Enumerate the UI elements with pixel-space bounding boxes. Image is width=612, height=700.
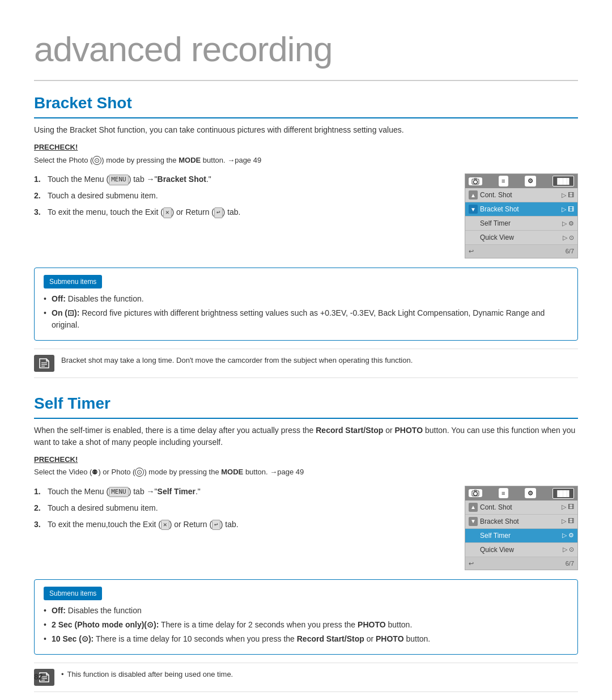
camera-row-quickview: Quick View ▷ ⊙ — [465, 231, 577, 245]
bracket-shot-submenu-box: Submenu items Off: Disables the function… — [34, 268, 578, 341]
st-exit-icon: ✕ — [161, 520, 169, 531]
st-return-icon: ↩ — [212, 520, 220, 531]
camera-battery-icon: ▐██▌ — [552, 176, 574, 186]
st-step-2: 2. Touch a desired submenu item. — [34, 502, 453, 514]
st-submenu-2sec-label: 2 Sec (Photo mode only)(⊙): — [52, 620, 159, 629]
st-camera-row-bracket: ▼ Bracket Shot ▷ 🎞 — [465, 515, 577, 529]
step-3-number: 3. — [34, 206, 44, 218]
nav-down-btn: ▼ — [469, 205, 478, 214]
bracket-shot-heading: Bracket Shot — [34, 91, 578, 118]
bracket-shot-steps: 1. Touch the Menu (MENU) tab →"Bracket S… — [34, 173, 453, 223]
st-submenu-item-2sec: 2 Sec (Photo mode only)(⊙): There is a t… — [44, 619, 568, 631]
bracket-shot-steps-row: 1. Touch the Menu (MENU) tab →"Bracket S… — [34, 173, 578, 258]
st-menu-return-icon: ↩ — [469, 559, 474, 569]
bracket-shot-intro: Using the Bracket Shot function, you can… — [34, 124, 578, 136]
menu-row-label-cont: Cont. Shot — [480, 190, 562, 200]
page-number: 82 — [34, 671, 43, 683]
st-note-bullet: • — [61, 669, 64, 680]
st-step-3: 3. To exit the menu,touch the Exit (✕) o… — [34, 519, 453, 531]
bracket-shot-section: Bracket Shot Using the Bracket Shot func… — [34, 91, 578, 378]
st-step-2-text: Touch a desired submenu item. — [48, 502, 158, 514]
svg-point-5 — [474, 492, 478, 496]
camera-nav-up: ▲ Cont. Shot ▷ 🎞 — [465, 188, 577, 202]
menu-row-icons-selftimer: ▷ ⚙ — [562, 219, 574, 228]
bracket-shot-note-text: Bracket shot may take a long time. Don't… — [61, 355, 413, 366]
return-icon: ↩ — [214, 207, 223, 218]
bracket-shot-precheck-text: Select the Photo (⊙) mode by pressing th… — [34, 155, 578, 166]
nav-up-btn: ▲ — [469, 190, 478, 200]
st-menu-row-icons-cont: ▷ 🎞 — [562, 502, 574, 512]
step-1-number: 1. — [34, 173, 44, 185]
step-1: 1. Touch the Menu (MENU) tab →"Bracket S… — [34, 173, 453, 185]
camera-row-bracket: ▼ Bracket Shot ▷ 🎞 — [465, 202, 577, 217]
camera-gear-icon: ⚙ — [525, 176, 536, 186]
step-2: 2. Touch a desired submenu item. — [34, 190, 453, 202]
svg-point-0 — [474, 180, 478, 184]
bracket-shot-camera-menu: ≡ ⚙ ▐██▌ ▲ Cont. Shot ▷ 🎞 ▼ Bracket Shot… — [465, 173, 578, 258]
menu-row-label-quickview: Quick View — [480, 232, 563, 243]
menu-row-label-bracket: Bracket Shot — [480, 204, 562, 214]
step-2-text: Touch a desired submenu item. — [48, 190, 158, 202]
st-nav-down-btn: ▼ — [469, 517, 478, 526]
bracket-submenu-item-on: On (⊡): Record five pictures with differ… — [44, 307, 568, 331]
menu-return-icon: ↩ — [469, 247, 474, 256]
bracket-shot-submenu-title: Submenu items — [44, 275, 102, 289]
st-menu-row-icons-quickview: ▷ ⊙ — [563, 545, 574, 554]
self-timer-camera-menu: ≡ ⚙ ▐██▌ ▲ Cont. Shot ▷ 🎞 ▼ Bracket Shot… — [465, 486, 578, 571]
camera-menu-topbar: ≡ ⚙ ▐██▌ — [465, 174, 577, 188]
step-3: 3. To exit the menu, touch the Exit (✕) … — [34, 206, 453, 218]
st-submenu-10sec-label: 10 Sec (⊙): — [52, 634, 94, 643]
st-camera-row-selftimer: Self Timer ▷ ⚙ — [465, 529, 577, 543]
st-step-1: 1. Touch the Menu (MENU) tab →"Self Time… — [34, 486, 453, 498]
bracket-shot-precheck-label: PRECHECK! — [34, 142, 578, 153]
st-camera-menu-footer: ↩ 6/7 — [465, 557, 577, 570]
step-3-text: To exit the menu, touch the Exit (✕) or … — [48, 206, 241, 218]
camera-menu-rows: ▲ Cont. Shot ▷ 🎞 ▼ Bracket Shot ▷ 🎞 Self… — [465, 188, 577, 245]
st-camera-nav-up: ▲ Cont. Shot ▷ 🎞 — [465, 500, 577, 515]
st-camera-menu-topbar: ≡ ⚙ ▐██▌ — [465, 486, 577, 500]
menu-page-indicator: 6/7 — [566, 247, 574, 256]
step-2-number: 2. — [34, 190, 44, 202]
st-camera-row-quickview: Quick View ▷ ⊙ — [465, 543, 577, 557]
st-submenu-off-label: Off: — [52, 606, 66, 615]
submenu-off-label: Off: — [52, 294, 66, 303]
camera-list-icon: ≡ — [499, 176, 508, 186]
st-step-3-number: 3. — [34, 519, 44, 531]
st-step-1-number: 1. — [34, 486, 44, 498]
menu-icon: MENU — [109, 175, 129, 185]
camera-photo-icon — [469, 177, 482, 185]
self-timer-precheck-label: PRECHECK! — [34, 454, 578, 465]
st-menu-page-indicator: 6/7 — [566, 559, 574, 569]
menu-row-icons-bracket: ▷ 🎞 — [562, 205, 574, 214]
st-camera-gear-icon: ⚙ — [525, 488, 536, 499]
st-camera-list-icon: ≡ — [499, 488, 508, 499]
st-camera-battery-icon: ▐██▌ — [552, 488, 574, 499]
self-timer-heading: Self Timer — [34, 392, 578, 419]
st-menu-row-icons-selftimer: ▷ ⚙ — [562, 531, 574, 540]
self-timer-precheck-text: Select the Video (⚉) or Photo (⊙) mode b… — [34, 466, 578, 478]
self-timer-note: • This function is disabled after being … — [34, 663, 578, 692]
bracket-shot-note: Bracket shot may take a long time. Don't… — [34, 349, 578, 378]
st-menu-row-label-quickview: Quick View — [480, 545, 563, 555]
self-timer-steps: 1. Touch the Menu (MENU) tab →"Self Time… — [34, 486, 453, 535]
note-icon — [34, 355, 54, 372]
st-submenu-item-off: Off: Disables the function — [44, 605, 568, 617]
st-step-1-text: Touch the Menu (MENU) tab →"Self Timer." — [48, 486, 201, 498]
menu-row-label-selftimer: Self Timer — [480, 218, 562, 228]
camera-menu-footer: ↩ 6/7 — [465, 245, 577, 258]
self-timer-note-text: This function is disabled after being us… — [67, 669, 233, 680]
bracket-submenu-item-off: Off: Disables the function. — [44, 293, 568, 305]
st-camera-menu-rows: ▲ Cont. Shot ▷ 🎞 ▼ Bracket Shot ▷ 🎞 Self… — [465, 500, 577, 557]
st-menu-row-label-bracket: Bracket Shot — [480, 516, 562, 527]
camera-row-selftimer: Self Timer ▷ ⚙ — [465, 217, 577, 231]
st-step-3-text: To exit the menu,touch the Exit (✕) or R… — [48, 519, 239, 531]
page-title: advanced recording — [34, 23, 578, 81]
menu-row-icons-quickview: ▷ ⊙ — [563, 233, 574, 243]
st-note-list: • This function is disabled after being … — [61, 669, 233, 680]
self-timer-submenu-box: Submenu items Off: Disables the function… — [34, 579, 578, 655]
self-timer-steps-row: 1. Touch the Menu (MENU) tab →"Self Time… — [34, 486, 578, 571]
exit-icon: ✕ — [163, 207, 172, 218]
st-menu-icon: MENU — [109, 487, 129, 498]
step-1-text: Touch the Menu (MENU) tab →"Bracket Shot… — [48, 173, 211, 185]
st-menu-row-icons-bracket: ▷ 🎞 — [562, 516, 574, 526]
